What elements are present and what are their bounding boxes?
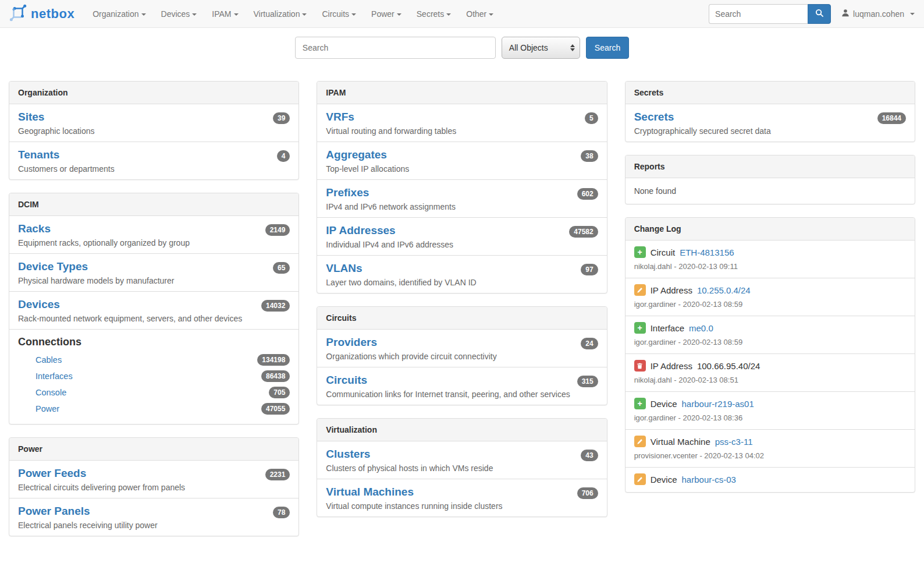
object-link[interactable]: me0.0	[689, 323, 713, 333]
nav-organization[interactable]: Organization	[85, 1, 153, 27]
item-description: Communication links for Internet transit…	[326, 390, 598, 399]
navbar-search-input[interactable]	[709, 4, 808, 24]
panel-ipam: IPAM 5 VRFs Virtual routing and forwardi…	[317, 81, 607, 293]
count-badge: 47582	[569, 226, 598, 238]
nav-devices[interactable]: Devices	[154, 1, 205, 27]
object-link[interactable]: ETH-4813156	[680, 247, 734, 257]
link-power-connections[interactable]: Power	[35, 404, 59, 413]
item-description: Layer two domains, identified by VLAN ID	[326, 278, 598, 287]
object-link[interactable]: pss-c3-11	[715, 437, 753, 447]
link-cables[interactable]: Cables	[35, 355, 62, 365]
panel-heading: Change Log	[626, 218, 915, 240]
link-tenants[interactable]: Tenants	[18, 148, 59, 161]
chevron-down-icon	[489, 13, 493, 16]
count-badge: 86438	[261, 370, 290, 382]
object-link[interactable]: 10.255.0.4/24	[697, 285, 751, 295]
link-power-panels[interactable]: Power Panels	[18, 505, 90, 517]
pencil-icon	[634, 436, 646, 447]
object-name: 100.66.95.40/24	[697, 361, 760, 371]
nav-other[interactable]: Other	[459, 1, 501, 27]
link-secrets[interactable]: Secrets	[634, 111, 674, 123]
item-description: Electrical circuits delivering power fro…	[18, 483, 290, 492]
object-type: Virtual Machine	[651, 437, 710, 447]
user-menu[interactable]: luqman.cohen	[841, 9, 915, 19]
panel-heading: Virtualization	[317, 419, 606, 441]
link-clusters[interactable]: Clusters	[326, 448, 370, 460]
count-badge: 97	[581, 264, 598, 275]
panel-circuits: Circuits 24 Providers Organizations whic…	[317, 306, 607, 405]
item-description: Virtual routing and forwarding tables	[326, 126, 598, 136]
count-badge: 134198	[257, 354, 290, 366]
link-vrfs[interactable]: VRFs	[326, 111, 354, 123]
link-ip-addresses[interactable]: IP Addresses	[326, 224, 395, 236]
count-badge: 2231	[265, 469, 290, 480]
object-type: IP Address	[651, 361, 692, 371]
changelog-entry: Device harbour-cs-03	[626, 467, 915, 492]
nav-secrets[interactable]: Secrets	[409, 1, 459, 27]
count-badge: 16844	[877, 112, 906, 124]
add-icon: +	[634, 322, 646, 334]
item-power-panels: 78 Power Panels Electrical panels receiv…	[9, 498, 298, 536]
item-description: Clusters of physical hosts in which VMs …	[326, 464, 598, 473]
changelog-meta: igor.gardiner - 2020-02-13 08:36	[634, 413, 906, 422]
link-sites[interactable]: Sites	[18, 111, 44, 123]
item-circuits: 315 Circuits Communication links for Int…	[317, 367, 606, 405]
object-link[interactable]: harbour-r219-as01	[682, 399, 754, 409]
nav-virtualization[interactable]: Virtualization	[246, 1, 315, 27]
panel-organization: Organization 39 Sites Geographic locatio…	[9, 81, 299, 180]
item-description: Equipment racks, optionally organized by…	[18, 238, 290, 247]
object-link[interactable]: harbour-cs-03	[682, 475, 736, 484]
panel-heading: Circuits	[317, 307, 606, 330]
search-icon	[815, 9, 824, 19]
nav-menus: Organization Devices IPAM Virtualization…	[85, 1, 709, 27]
nav-ipam[interactable]: IPAM	[204, 1, 246, 27]
item-sites: 39 Sites Geographic locations	[9, 104, 298, 142]
panel-dcim: DCIM 2149 Racks Equipment racks, optiona…	[9, 193, 299, 425]
count-badge: 705	[269, 387, 290, 398]
item-description: Individual IPv4 and IPv6 addresses	[326, 240, 598, 249]
connections-row-cables: Cables 134198	[18, 352, 290, 368]
netbox-logo-icon	[9, 4, 27, 23]
link-providers[interactable]: Providers	[326, 336, 377, 348]
link-power-feeds[interactable]: Power Feeds	[18, 467, 86, 479]
nav-circuits[interactable]: Circuits	[314, 1, 364, 27]
global-search-button[interactable]: Search	[586, 37, 629, 59]
netbox-logo[interactable]: netbox	[9, 4, 74, 23]
item-description: Cryptographically secured secret data	[634, 126, 906, 136]
object-type-select[interactable]: All Objects	[502, 37, 580, 59]
link-devices[interactable]: Devices	[18, 298, 60, 310]
link-racks[interactable]: Racks	[18, 222, 51, 235]
changelog-meta: igor.gardiner - 2020-02-13 08:59	[634, 338, 906, 346]
changelog-meta: nikolaj.dahl - 2020-02-13 09:11	[634, 262, 906, 271]
column-middle: IPAM 5 VRFs Virtual routing and forwardi…	[317, 81, 607, 549]
link-device-types[interactable]: Device Types	[18, 260, 88, 273]
username: luqman.cohen	[853, 9, 904, 19]
link-prefixes[interactable]: Prefixes	[326, 186, 369, 199]
chevron-down-icon	[234, 13, 239, 16]
chevron-down-icon	[141, 13, 146, 16]
global-search-input[interactable]	[295, 37, 496, 59]
changelog-entry: + Interface me0.0 igor.gardiner - 2020-0…	[626, 316, 915, 353]
panel-changelog: Change Log + Circuit ETH-4813156 nikolaj…	[625, 217, 915, 493]
link-interfaces[interactable]: Interfaces	[35, 372, 73, 381]
chevron-down-icon	[192, 13, 197, 16]
item-description: Rack-mounted network equipment, servers,…	[18, 314, 290, 323]
link-console[interactable]: Console	[35, 388, 66, 397]
link-virtual-machines[interactable]: Virtual Machines	[326, 486, 414, 498]
global-search-bar: All Objects Search	[0, 28, 924, 70]
panel-virtualization: Virtualization 43 Clusters Clusters of p…	[317, 418, 607, 517]
panel-power: Power 2231 Power Feeds Electrical circui…	[9, 437, 299, 536]
item-devices: 14032 Devices Rack-mounted network equip…	[9, 291, 298, 329]
link-aggregates[interactable]: Aggregates	[326, 148, 387, 161]
navbar-search-button[interactable]	[808, 4, 831, 24]
panel-heading: DCIM	[9, 193, 298, 216]
object-type-value: All Objects	[509, 43, 548, 52]
link-vlans[interactable]: VLANs	[326, 262, 362, 274]
item-vlans: 97 VLANs Layer two domains, identified b…	[317, 255, 606, 293]
changelog-meta: nikolaj.dahl - 2020-02-13 08:51	[634, 376, 906, 384]
item-description: Virtual compute instances running inside…	[326, 501, 598, 511]
link-circuits[interactable]: Circuits	[326, 374, 367, 386]
item-ip-addresses: 47582 IP Addresses Individual IPv4 and I…	[317, 217, 606, 255]
count-badge: 2149	[265, 224, 290, 236]
nav-power[interactable]: Power	[364, 1, 409, 27]
